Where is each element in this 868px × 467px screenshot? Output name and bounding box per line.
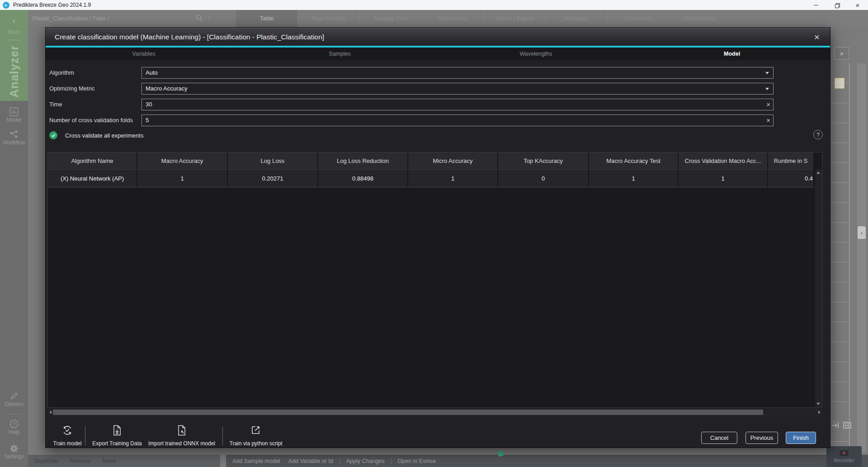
tab-import-export[interactable]: Import / Export xyxy=(483,10,545,27)
status-dot-icon xyxy=(498,451,504,457)
import-document-icon xyxy=(177,425,187,436)
time-value: 30 xyxy=(146,101,152,108)
sidebar-item-options[interactable]: Options xyxy=(0,391,28,407)
col-cross-validation[interactable]: Cross Validation Macro Acc... xyxy=(679,152,768,169)
background-scrollbar-track[interactable] xyxy=(857,63,866,453)
col-algorithm-name[interactable]: Algorithm Name xyxy=(48,152,137,169)
tab-pixel-explore[interactable]: Pixel Explore xyxy=(297,10,359,27)
recorder-icon xyxy=(840,450,849,456)
sidebar-item-label: Help xyxy=(0,429,28,435)
sidebar-item-help[interactable]: ? Help xyxy=(0,419,28,435)
col-runtime[interactable]: Runtime in S xyxy=(768,152,814,169)
optimizing-metric-dropdown[interactable]: Macro Accuracy xyxy=(142,83,774,95)
col-macro-accuracy[interactable]: Macro Accuracy xyxy=(137,152,228,169)
background-table-rows xyxy=(830,63,849,453)
close-icon: × xyxy=(856,2,860,9)
tab-references[interactable]: References xyxy=(421,10,483,27)
sidebar-item-workflow[interactable]: Workflow xyxy=(0,129,28,146)
measure-grid-icon[interactable] xyxy=(843,421,852,430)
sidebar-item-model[interactable]: Model xyxy=(0,107,28,123)
cancel-button[interactable]: Cancel xyxy=(701,432,737,444)
remove-button[interactable]: Remove xyxy=(69,458,92,464)
previous-button[interactable]: Previous xyxy=(745,432,778,444)
sort-icon[interactable]: ↑↓ xyxy=(207,15,210,20)
app-logo-icon: b. xyxy=(3,2,9,9)
table-row[interactable]: (X) Neural Network (AP) 1 0.20271 0.8849… xyxy=(48,169,822,187)
window-titlebar: b. Prediktera Breeze Geo 2024.1.9 × xyxy=(0,0,868,10)
duplicate-button[interactable]: Duplicate xyxy=(33,458,59,464)
import-onnx-model-button[interactable]: Import trained ONNX model xyxy=(145,425,218,447)
model-chart-icon xyxy=(0,107,28,117)
breadcrumb[interactable]: Plastic_Classification / Train / xyxy=(33,10,109,27)
scrollbar-thumb[interactable] xyxy=(53,410,763,415)
scroll-left-icon[interactable] xyxy=(49,410,52,414)
scroll-down-icon[interactable] xyxy=(816,403,820,405)
cell-log-loss-reduction: 0.88498 xyxy=(318,169,408,187)
tab-notifications[interactable]: Notifications xyxy=(669,10,731,27)
background-close-button[interactable]: × xyxy=(835,47,849,60)
table-horizontal-scrollbar[interactable] xyxy=(47,409,822,416)
tab-table[interactable]: Table xyxy=(236,10,297,27)
col-log-loss-reduction[interactable]: Log Loss Reduction xyxy=(318,152,408,169)
add-variable-button[interactable]: Add Variable or Id xyxy=(288,458,334,464)
col-macro-accuracy-test[interactable]: Macro Accuracy Test xyxy=(589,152,679,169)
cell-top-k-accuracy: 0 xyxy=(498,169,589,187)
dialog-close-button[interactable]: × xyxy=(811,31,823,43)
col-top-k-accuracy[interactable]: Top KAccuracy xyxy=(498,152,589,169)
step-samples[interactable]: Samples xyxy=(242,48,438,60)
back-chevron-icon[interactable]: ‹ xyxy=(0,15,28,26)
dialog-title: Create classification model (Machine Lea… xyxy=(55,28,324,46)
finish-button[interactable]: Finish xyxy=(786,432,816,444)
search-icon[interactable] xyxy=(195,14,203,22)
experiments-table: Algorithm Name Macro Accuracy Log Loss L… xyxy=(47,152,822,408)
time-input[interactable]: 30 × xyxy=(142,99,774,110)
train-via-python-button[interactable]: Train via python script xyxy=(227,425,284,447)
step-wavelengths[interactable]: Wavelengths xyxy=(438,48,634,60)
scroll-up-icon[interactable] xyxy=(816,172,820,174)
sidebar-analyzer-label[interactable]: Analyzer xyxy=(0,44,28,99)
toolbar-separator xyxy=(85,427,85,446)
scroll-right-icon[interactable] xyxy=(818,410,821,414)
sidebar-item-back[interactable]: Back xyxy=(0,29,28,35)
sidebar: ‹ Back Analyzer Model Workflow Options xyxy=(0,10,28,467)
folds-input[interactable]: 5 × xyxy=(142,114,774,126)
restore-button[interactable] xyxy=(826,0,847,10)
tab-analyse-tree[interactable]: Analyse Tree xyxy=(359,10,421,27)
move-button[interactable]: Move xyxy=(102,458,118,464)
help-button[interactable]: ? xyxy=(813,130,823,139)
export-training-data-button[interactable]: Export Training Data xyxy=(90,425,144,447)
recorder-button[interactable]: Recorder xyxy=(826,446,862,467)
clear-icon[interactable]: × xyxy=(766,115,770,126)
add-sample-model-button[interactable]: Add Sample model xyxy=(231,458,281,464)
clear-icon[interactable]: × xyxy=(766,99,770,110)
step-model[interactable]: Model xyxy=(634,48,830,60)
apply-changes-button[interactable]: Apply Changes xyxy=(345,458,386,464)
cell-algorithm-name: (X) Neural Network (AP) xyxy=(48,169,137,187)
tab-comments[interactable]: Comments xyxy=(607,10,669,27)
tab-metadata[interactable]: Metadata xyxy=(545,10,607,27)
svg-text:?: ? xyxy=(13,421,15,427)
table-vertical-scrollbar[interactable] xyxy=(815,169,822,407)
train-model-button[interactable]: Train model xyxy=(49,425,85,447)
panel-collapse-handle[interactable]: ‹ xyxy=(858,226,866,239)
col-log-loss[interactable]: Log Loss xyxy=(228,152,318,169)
cell-runtime: 0.4 xyxy=(768,169,814,187)
col-micro-accuracy[interactable]: Micro Accuracy xyxy=(408,152,498,169)
cell-micro-accuracy: 1 xyxy=(408,169,498,187)
tab-bar: Table Pixel Explore Analyse Tree Referen… xyxy=(236,10,731,27)
goto-end-icon[interactable] xyxy=(831,421,840,430)
sidebar-divider xyxy=(8,40,20,40)
minimize-button[interactable] xyxy=(806,0,826,10)
time-label: Time xyxy=(49,99,62,110)
chevron-left-icon: ‹ xyxy=(861,229,863,236)
algorithm-dropdown[interactable]: Auto xyxy=(142,67,774,79)
close-window-button[interactable]: × xyxy=(847,0,868,10)
sidebar-item-settings[interactable]: Settings xyxy=(0,443,28,460)
open-in-evince-button[interactable]: Open in Evince xyxy=(397,458,437,464)
step-variables[interactable]: Variables xyxy=(46,48,242,60)
cross-validate-checkbox[interactable]: Cross validate all experiments xyxy=(49,131,143,140)
algorithm-label: Algorithm xyxy=(49,67,74,79)
minimize-icon xyxy=(814,5,818,5)
bottom-bar-right: Add Sample model Add Variable or Id Appl… xyxy=(226,455,868,467)
close-icon: × xyxy=(840,50,844,57)
